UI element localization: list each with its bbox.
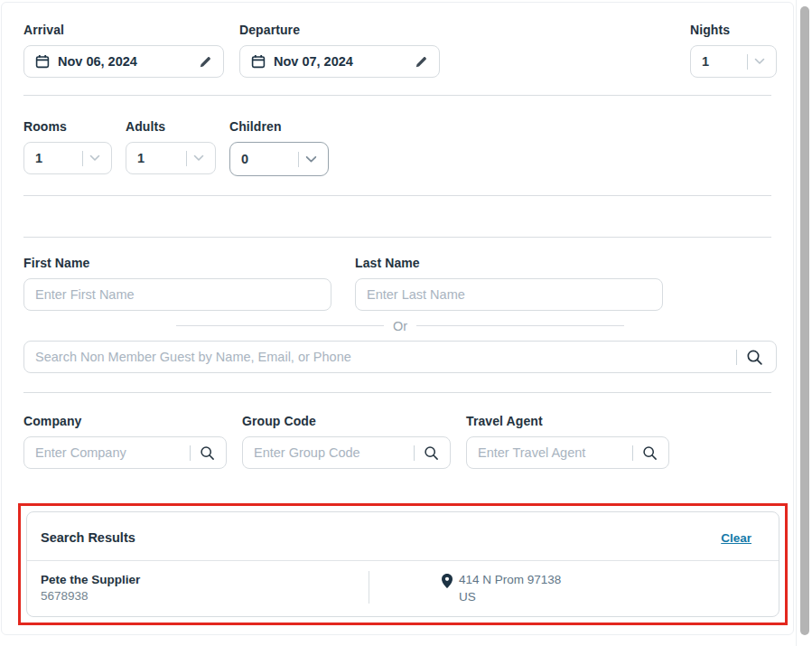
last-name-label: Last Name — [355, 256, 663, 270]
scrollbar-track[interactable] — [796, 0, 812, 646]
input-divider — [632, 445, 633, 461]
arrival-date-field[interactable]: Nov 06, 2024 — [23, 45, 224, 78]
section-divider — [23, 392, 771, 393]
chevron-down-icon — [305, 155, 317, 164]
section-divider — [23, 95, 771, 96]
dates-row: Arrival Nov 06, 2024 Departure — [23, 23, 777, 78]
last-name-input[interactable] — [367, 287, 651, 302]
divider-line — [176, 325, 384, 326]
company-field — [23, 436, 227, 469]
chevron-down-icon — [89, 154, 100, 162]
first-name-field — [23, 278, 331, 311]
search-icon[interactable] — [200, 445, 215, 461]
adults-value: 1 — [137, 151, 145, 165]
result-name: Pete the Supplier — [41, 573, 369, 586]
group-code-label: Group Code — [242, 414, 451, 428]
children-select[interactable]: 0 — [229, 142, 329, 176]
arrival-label: Arrival — [23, 23, 224, 37]
first-name-label: First Name — [23, 256, 331, 270]
select-divider — [186, 151, 187, 166]
result-id: 5678938 — [41, 589, 369, 603]
input-divider — [736, 350, 737, 365]
search-icon[interactable] — [642, 445, 658, 461]
chevron-down-icon — [193, 154, 204, 162]
departure-label: Departure — [239, 23, 440, 37]
arrival-date-value: Nov 06, 2024 — [58, 54, 137, 69]
search-results-title: Search Results — [41, 530, 135, 545]
scrollbar-thumb[interactable] — [800, 6, 809, 635]
section-divider — [23, 237, 771, 238]
departure-date-value: Nov 07, 2024 — [274, 54, 353, 69]
address-line-2: US — [459, 590, 561, 604]
nights-value: 1 — [702, 54, 709, 69]
section-divider — [23, 195, 771, 196]
non-member-search-field — [23, 341, 777, 373]
select-divider — [298, 152, 299, 167]
edit-icon[interactable] — [199, 55, 212, 69]
occupancy-row: Rooms 1 Adults 1 — [23, 119, 777, 176]
travel-agent-field — [466, 436, 669, 469]
group-code-field — [242, 436, 451, 469]
search-icon[interactable] — [424, 445, 439, 461]
non-member-search-input[interactable] — [35, 350, 733, 364]
search-result-item[interactable]: Pete the Supplier 5678938 414 N Prom 971… — [27, 561, 779, 616]
chevron-down-icon — [754, 58, 765, 65]
nights-label: Nights — [690, 23, 777, 37]
travel-agent-input[interactable] — [478, 445, 629, 460]
nights-select[interactable]: 1 — [690, 45, 777, 78]
departure-date-field[interactable]: Nov 07, 2024 — [239, 45, 440, 78]
edit-icon[interactable] — [415, 55, 428, 69]
guest-name-row: First Name Last Name — [23, 256, 777, 311]
result-identity: Pete the Supplier 5678938 — [27, 571, 369, 604]
calendar-icon — [251, 54, 266, 69]
first-name-input[interactable] — [35, 287, 320, 302]
group-code-input[interactable] — [254, 445, 410, 460]
adults-select[interactable]: 1 — [126, 142, 216, 174]
divider-line — [416, 325, 624, 326]
input-divider — [190, 445, 191, 461]
clear-link[interactable]: Clear — [721, 531, 751, 545]
or-text: Or — [393, 319, 407, 333]
search-results-header: Search Results Clear — [27, 512, 779, 561]
select-divider — [82, 151, 83, 166]
children-value: 0 — [241, 152, 248, 166]
travel-agent-label: Travel Agent — [466, 414, 669, 428]
rooms-value: 1 — [35, 151, 42, 165]
address-line-1: 414 N Prom 97138 — [459, 573, 561, 586]
result-address: 414 N Prom 97138 US — [369, 571, 561, 604]
calendar-icon — [35, 54, 50, 69]
codes-row: Company Group Code — [23, 414, 777, 469]
search-icon[interactable] — [746, 349, 763, 366]
adults-label: Adults — [126, 119, 216, 134]
company-input[interactable] — [35, 445, 186, 460]
location-pin-icon — [442, 574, 453, 604]
rooms-select[interactable]: 1 — [23, 142, 112, 174]
select-divider — [747, 54, 748, 70]
input-divider — [414, 445, 415, 461]
reservation-form-card: Arrival Nov 06, 2024 Departure — [1, 2, 794, 635]
search-results-card: Search Results Clear Pete the Supplier 5… — [26, 511, 779, 617]
children-label: Children — [229, 119, 329, 134]
search-results-highlight: Search Results Clear Pete the Supplier 5… — [18, 503, 788, 625]
company-label: Company — [23, 414, 227, 428]
last-name-field — [355, 278, 663, 311]
rooms-label: Rooms — [23, 119, 112, 134]
or-divider: Or — [23, 318, 777, 333]
